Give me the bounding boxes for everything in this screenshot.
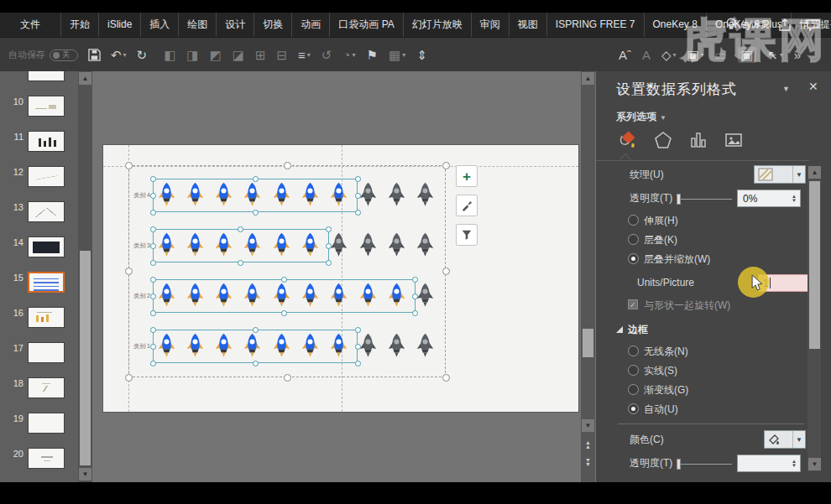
series-handle[interactable] <box>412 294 418 299</box>
shape-edit-icon[interactable]: ◇▾ <box>661 49 677 61</box>
border-section-header[interactable]: 边框 <box>616 323 648 337</box>
series-selection-box[interactable] <box>153 279 416 313</box>
menu-tab-2[interactable]: iSlide <box>98 13 140 37</box>
format-painter-icon[interactable]: ◪ <box>233 49 244 61</box>
canvas-scrollbar[interactable]: ▲ ▼ ▲▲ ▼▼ <box>581 71 595 482</box>
series-handle[interactable] <box>150 361 156 366</box>
chart-selection-handle[interactable] <box>125 268 133 275</box>
chart-selection-handle[interactable] <box>442 374 450 382</box>
autosave-toggle[interactable]: 自动保存 关 <box>8 49 78 61</box>
slide-thumbnail-10[interactable] <box>28 96 65 117</box>
series-handle[interactable] <box>326 243 332 249</box>
comment-icon[interactable] <box>806 18 821 33</box>
border-transparency-slider[interactable] <box>678 464 732 465</box>
chart-style-icon[interactable] <box>456 195 478 216</box>
series-handle[interactable] <box>150 310 156 316</box>
picture-icon[interactable] <box>722 128 745 152</box>
cut-icon[interactable]: ◨ <box>186 49 198 61</box>
pane-scroll-down-icon[interactable]: ▼ <box>808 458 821 470</box>
series-handle[interactable] <box>355 193 361 199</box>
series-handle[interactable] <box>238 260 243 266</box>
menu-tab-12[interactable]: ISPRING FREE 7 <box>546 13 644 37</box>
slide-thumbnail-12[interactable] <box>28 166 65 187</box>
slider-knob[interactable] <box>677 194 681 205</box>
series-handle[interactable] <box>355 176 361 182</box>
copy-icon[interactable]: ◩ <box>210 49 222 61</box>
sidebar-scroll-thumb[interactable] <box>80 251 91 465</box>
shape-fill-icon[interactable]: ▣▾ <box>687 49 704 61</box>
pictogram-chart[interactable]: 类别 4 <box>103 145 578 412</box>
picture-icon[interactable]: ▦▾ <box>389 49 405 61</box>
shape-outline-icon[interactable]: ▭ <box>715 49 727 61</box>
series-handle[interactable] <box>412 310 418 316</box>
border-transparency-spinner[interactable]: ▲▼ <box>737 455 801 472</box>
series-handle[interactable] <box>238 226 243 232</box>
slide-thumbnail-17[interactable] <box>28 342 65 363</box>
rocket-empty-icon[interactable] <box>414 333 436 360</box>
series-handle[interactable] <box>150 243 156 249</box>
slide-thumbnail-11[interactable] <box>28 131 65 152</box>
effects-icon[interactable] <box>651 128 675 152</box>
fill-transparency-spinner[interactable]: 0%▲▼ <box>737 190 801 207</box>
menu-tab-6[interactable]: 切换 <box>253 13 291 37</box>
series-selection-box[interactable] <box>153 330 358 363</box>
undo-icon[interactable]: ↶▾ <box>111 49 127 61</box>
menu-tab-7[interactable]: 动画 <box>291 13 329 37</box>
canvas-scroll-up-icon[interactable]: ▲ <box>582 72 594 85</box>
spinner-arrows-icon[interactable]: ▲▼ <box>788 195 800 203</box>
menu-tab-5[interactable]: 设计 <box>216 13 253 37</box>
new-slide-icon[interactable]: ⊞ <box>255 49 266 61</box>
save-icon[interactable] <box>88 49 101 61</box>
series-handle[interactable] <box>355 327 361 333</box>
menu-tab-3[interactable]: 插入 <box>140 13 178 37</box>
series-handle[interactable] <box>326 260 332 266</box>
next-slide-icon[interactable]: ▼▼ <box>582 455 594 469</box>
series-handle[interactable] <box>150 277 156 283</box>
menu-tab-4[interactable]: 绘图 <box>178 13 216 37</box>
canvas-scroll-down-icon[interactable]: ▼ <box>582 419 594 432</box>
tell-me[interactable]: 告诉我 <box>724 17 769 32</box>
shrink-font-icon[interactable]: A <box>642 49 651 61</box>
slider-knob[interactable] <box>677 459 681 470</box>
slide-editing-area[interactable]: 类别 4 <box>102 144 579 413</box>
paste-icon[interactable]: ◧ <box>164 49 175 61</box>
rotate-icon[interactable]: ↺ <box>321 49 332 61</box>
slide-thumbnail-19[interactable] <box>28 413 65 434</box>
series-handle[interactable] <box>281 310 287 316</box>
grow-font-icon[interactable]: Aˆ <box>619 49 631 61</box>
align-icon[interactable]: ≡▾ <box>298 49 311 61</box>
rocket-empty-icon[interactable] <box>414 232 436 259</box>
rocket-empty-icon[interactable] <box>385 232 408 259</box>
border-color-button[interactable]: ▼ <box>764 430 806 449</box>
chart-filter-icon[interactable] <box>456 224 478 246</box>
menu-tab-13[interactable]: OneKey 8 <box>644 13 706 37</box>
border-color-dropdown-icon[interactable]: ▼ <box>792 431 805 448</box>
radio-border-3[interactable] <box>628 403 639 414</box>
series-handle[interactable] <box>412 277 418 283</box>
redo-icon[interactable]: ↻ <box>137 49 148 61</box>
series-handle[interactable] <box>150 226 156 232</box>
chart-selection-handle[interactable] <box>125 162 133 169</box>
pane-scroll-thumb[interactable] <box>809 181 820 349</box>
menu-tab-11[interactable]: 视图 <box>509 13 546 37</box>
sidebar-scroll-up-icon[interactable]: ▲ <box>79 72 91 85</box>
chart-selection-handle[interactable] <box>284 162 291 169</box>
menu-tab-9[interactable]: 幻灯片放映 <box>403 13 471 37</box>
more-icon[interactable]: » <box>794 49 801 61</box>
series-handle[interactable] <box>253 176 259 182</box>
chart-selection-handle[interactable] <box>442 162 450 169</box>
series-selection-box[interactable] <box>153 229 329 262</box>
rotate-with-shape-checkbox[interactable]: ✓ <box>628 299 638 309</box>
menu-tab-1[interactable]: 开始 <box>60 13 98 37</box>
radio-fill-2[interactable] <box>628 253 639 264</box>
chart-selection-handle[interactable] <box>125 374 133 382</box>
chart-selection-handle[interactable] <box>442 268 450 275</box>
series-handle[interactable] <box>355 210 361 216</box>
radio-border-0[interactable] <box>628 346 639 356</box>
slide-thumbnail-20[interactable] <box>28 448 65 469</box>
slide-thumbnail-14[interactable] <box>28 236 65 257</box>
pane-scroll-up-icon[interactable]: ▲ <box>808 166 821 179</box>
sidebar-scroll-down-icon[interactable]: ▼ <box>79 468 91 481</box>
spinner-arrows-icon[interactable]: ▲▼ <box>788 460 800 468</box>
series-handle[interactable] <box>355 361 361 366</box>
